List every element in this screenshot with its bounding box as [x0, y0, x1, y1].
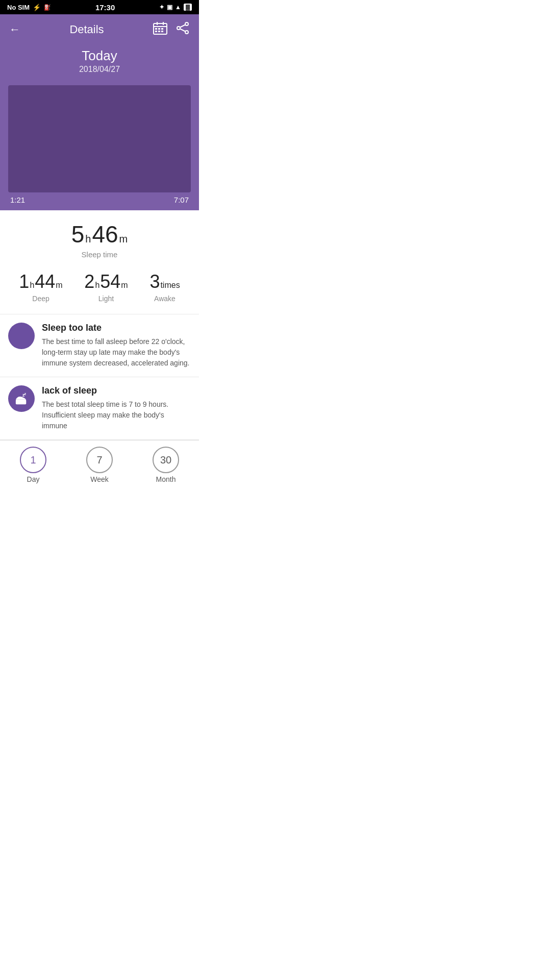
- svg-rect-9: [161, 31, 163, 32]
- light-label: Light: [84, 295, 128, 303]
- awake-label: Awake: [149, 295, 180, 303]
- deep-minutes: 44: [35, 271, 55, 292]
- light-sleep-stat: 2 h 54 m Light: [84, 271, 128, 303]
- deep-m-unit: m: [56, 281, 62, 290]
- nav-circle-week: 7: [86, 447, 113, 473]
- usb2-icon: ⛽: [44, 4, 51, 11]
- tip-item-1: Sleep too late The best time to fall asl…: [0, 314, 199, 377]
- calendar-icon[interactable]: [153, 21, 167, 38]
- deep-h-unit: h: [30, 281, 34, 290]
- today-label: Today: [9, 48, 190, 64]
- svg-text:z: z: [24, 392, 27, 396]
- svg-rect-8: [158, 31, 160, 32]
- stats-section: 5 h 46 m Sleep time 1 h 44 m Deep 2 h 54…: [0, 210, 199, 314]
- chart-start-time: 1:21: [10, 195, 25, 204]
- sleep-time-label: Sleep time: [8, 250, 191, 259]
- chart-bars: [10, 85, 189, 192]
- svg-rect-7: [155, 31, 157, 32]
- svg-point-10: [185, 22, 188, 26]
- light-m-unit: m: [121, 281, 128, 290]
- nav-label-month: Month: [156, 475, 176, 483]
- header-action-icons: [153, 21, 190, 38]
- awake-unit: times: [160, 281, 180, 290]
- status-right: ✦ ▣ ▲ ▓: [159, 4, 192, 11]
- nav-num-week: 7: [96, 454, 102, 466]
- bluetooth-icon: ✦: [159, 4, 164, 11]
- svg-line-13: [180, 25, 185, 28]
- stats-row: 1 h 44 m Deep 2 h 54 m Light 3 times Awa…: [8, 266, 191, 308]
- header-nav: ← Details: [9, 21, 190, 38]
- total-sleep: 5 h 46 m: [8, 220, 191, 248]
- usb-icon: ⚡: [33, 4, 41, 11]
- sleep-minutes: 46: [92, 220, 118, 248]
- nav-item-month[interactable]: 30 Month: [153, 447, 179, 483]
- sleep-chart: [8, 85, 191, 192]
- tip-title-1: Sleep too late: [42, 323, 191, 333]
- tips-section: Sleep too late The best time to fall asl…: [0, 314, 199, 440]
- tip-icon-1: [8, 323, 35, 349]
- status-left: No SIM ⚡ ⛽: [7, 4, 51, 11]
- battery-icon: ▓: [184, 4, 192, 11]
- awake-count: 3: [149, 271, 160, 292]
- tip-content-2: lack of sleep The best total sleep time …: [42, 385, 191, 431]
- date-section: Today 2018/04/27: [9, 44, 190, 80]
- deep-label: Deep: [19, 295, 62, 303]
- chart-container: 1:21 7:07: [0, 80, 199, 210]
- tip-item-2: z z lack of sleep The best total sleep t…: [0, 377, 199, 440]
- awake-stat: 3 times Awake: [149, 271, 180, 303]
- no-sim-label: No SIM: [7, 4, 30, 11]
- svg-rect-4: [155, 28, 157, 30]
- tip-title-2: lack of sleep: [42, 385, 191, 396]
- svg-rect-5: [158, 28, 160, 30]
- page-title: Details: [69, 23, 104, 36]
- deep-sleep-stat: 1 h 44 m Deep: [19, 271, 62, 303]
- svg-rect-6: [161, 28, 163, 30]
- light-minutes: 54: [100, 271, 120, 292]
- tip-content-1: Sleep too late The best time to fall asl…: [42, 323, 191, 369]
- svg-point-11: [185, 31, 188, 34]
- nav-circle-month: 30: [153, 447, 179, 473]
- light-hours: 2: [84, 271, 94, 292]
- full-date: 2018/04/27: [9, 65, 190, 74]
- tip-desc-1: The best time to fall asleep before 22 o…: [42, 336, 191, 369]
- nav-label-day: Day: [27, 475, 40, 483]
- svg-line-14: [180, 29, 185, 32]
- header: ← Details: [0, 14, 199, 80]
- nav-num-day: 1: [30, 454, 36, 466]
- bottom-nav: 1 Day 7 Week 30 Month: [0, 440, 199, 492]
- wifi-icon: ▲: [175, 4, 181, 11]
- back-button[interactable]: ←: [9, 23, 20, 36]
- nav-circle-day: 1: [20, 447, 46, 473]
- chart-end-time: 7:07: [174, 195, 189, 204]
- nav-num-month: 30: [160, 454, 171, 466]
- svg-point-12: [177, 27, 180, 30]
- vibrate-icon: ▣: [167, 4, 172, 11]
- nav-item-day[interactable]: 1 Day: [20, 447, 46, 483]
- share-icon[interactable]: [176, 22, 190, 37]
- deep-hours: 1: [19, 271, 29, 292]
- sleep-hours: 5: [71, 220, 85, 248]
- light-h-unit: h: [95, 281, 99, 290]
- status-time: 17:30: [95, 3, 115, 12]
- tip-icon-2: z z: [8, 385, 35, 412]
- sleep-m-unit: m: [119, 233, 128, 245]
- svg-rect-15: [16, 400, 26, 404]
- chart-times: 1:21 7:07: [8, 192, 191, 210]
- sleep-h-unit: h: [85, 233, 91, 245]
- status-bar: No SIM ⚡ ⛽ 17:30 ✦ ▣ ▲ ▓: [0, 0, 199, 14]
- nav-item-week[interactable]: 7 Week: [86, 447, 113, 483]
- tip-desc-2: The best total sleep time is 7 to 9 hour…: [42, 399, 191, 431]
- nav-label-week: Week: [90, 475, 109, 483]
